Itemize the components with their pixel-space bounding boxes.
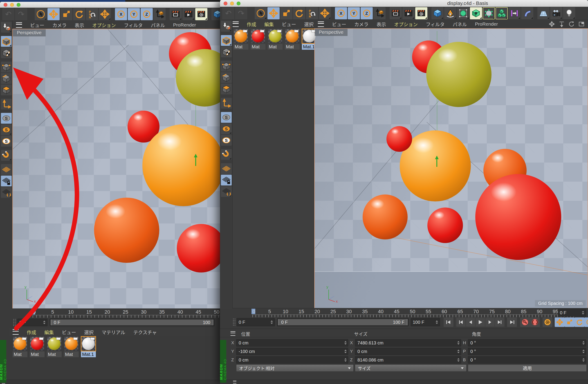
z-axis-lock-button[interactable]: Z (141, 8, 153, 20)
snap-settings-button[interactable]: S (221, 135, 232, 146)
axis-mode-button[interactable] (1, 99, 12, 109)
zoom-button[interactable] (237, 1, 240, 5)
y-axis-lock-button[interactable]: Y (128, 8, 140, 20)
axis-mode-button[interactable] (221, 98, 232, 109)
subdivision-surface-button[interactable] (457, 7, 469, 19)
material-label[interactable]: Mat (30, 351, 44, 357)
key-rotation-button[interactable] (574, 318, 584, 327)
autokey-button[interactable] (530, 318, 540, 327)
viewport-menu-item[interactable]: 表示 (377, 21, 386, 27)
primitive-cube-button[interactable] (211, 8, 220, 20)
viewport-menu-item[interactable]: オプション (394, 21, 418, 27)
record-key-button[interactable] (520, 318, 530, 327)
material-menu-icon[interactable] (232, 21, 239, 27)
material-menu-item[interactable]: マテリアル (102, 329, 125, 335)
render-settings-button[interactable] (415, 7, 427, 19)
material-item[interactable]: Mat (13, 337, 27, 357)
render-button[interactable] (402, 7, 415, 19)
viewport-perspective[interactable]: Perspective Grid Spacing : 100 cm y x (314, 28, 588, 309)
material-item[interactable]: Mat (233, 29, 248, 50)
apply-button[interactable]: 適用 (468, 364, 587, 372)
material-preview[interactable] (13, 337, 27, 351)
workplane-rotate-icon[interactable] (221, 186, 232, 197)
timeline-ruler[interactable]: 05101520253035404550 (12, 308, 220, 318)
material-menu-item[interactable]: ビュー (62, 329, 76, 335)
viewport-menu-item[interactable]: ビュー (332, 21, 346, 27)
viewport-menu-item[interactable]: フィルタ (124, 21, 143, 28)
material-item[interactable]: Mat (268, 29, 283, 50)
material-label[interactable]: Mat (251, 44, 265, 50)
bottom-menu-icon[interactable] (233, 380, 236, 384)
make-editable-button[interactable] (221, 21, 232, 32)
window-right[interactable]: display.c4d - Basis ↶ ↷ PSR (220, 0, 588, 384)
point-mode-button[interactable] (221, 61, 232, 72)
next-key-button[interactable] (495, 318, 504, 326)
zoom-button[interactable] (17, 3, 21, 7)
snap-mode-button[interactable]: S (221, 123, 232, 134)
coordinate-field[interactable]: 0 cm (355, 348, 461, 355)
frame-stepper[interactable] (582, 311, 584, 315)
current-frame-field[interactable]: 0 F (237, 318, 275, 326)
scale-tool-button[interactable] (60, 8, 72, 20)
y-axis-handle[interactable] (436, 157, 437, 167)
viewport-menu-item[interactable]: オプション (92, 21, 116, 28)
polygon-mode-button[interactable] (1, 84, 12, 95)
size-mode-dropdown[interactable]: サイズ (355, 364, 466, 372)
key-scale-button[interactable] (565, 318, 574, 327)
polygon-mode-button[interactable] (221, 84, 232, 94)
sphere-red-big[interactable] (475, 174, 561, 260)
material-menu-item[interactable]: 編集 (44, 329, 54, 335)
workplane-lock-icon[interactable] (1, 176, 12, 186)
model-mode-button[interactable] (1, 36, 12, 47)
viewport-menu-item[interactable]: ProRender (475, 21, 498, 27)
material-preview[interactable] (30, 337, 44, 351)
live-selection-button[interactable] (35, 8, 47, 20)
redo-button[interactable]: ↷ (235, 7, 247, 19)
toggle-view-icon[interactable] (578, 21, 585, 27)
end-frame-field[interactable]: 100 F (411, 318, 440, 326)
field-stepper[interactable] (582, 358, 585, 362)
material-menu-item[interactable]: テクスチャ (133, 329, 157, 335)
workplane-icon[interactable] (1, 164, 12, 175)
goto-end-button[interactable] (507, 318, 517, 327)
field-stepper[interactable] (344, 358, 347, 362)
close-button[interactable] (224, 1, 227, 5)
scale-tool-button[interactable] (280, 7, 293, 19)
undo-button[interactable]: ↶ (2, 8, 14, 20)
material-label[interactable]: Mat (47, 351, 62, 357)
point-mode-button[interactable] (1, 61, 12, 72)
material-label[interactable]: Mat (13, 351, 27, 357)
rotate-tool-button[interactable] (73, 8, 85, 20)
play-button[interactable] (476, 318, 485, 326)
coordinate-field[interactable]: 0 cm (236, 356, 348, 364)
material-label[interactable]: Mat (233, 44, 248, 50)
material-menu-item[interactable]: 編集 (264, 21, 274, 27)
frame-stepper[interactable] (271, 320, 273, 324)
current-frame-field[interactable]: 0 F (17, 319, 47, 326)
snap-enable-button[interactable]: S (1, 113, 12, 124)
y-axis-handle[interactable] (195, 155, 196, 166)
coordinate-field[interactable]: 7480.613 cm (355, 339, 461, 346)
coordinate-field[interactable]: 8140.086 cm (355, 356, 461, 364)
primitive-cube-button[interactable] (431, 7, 443, 19)
minimize-button[interactable] (10, 3, 14, 7)
camera-button[interactable] (550, 7, 562, 19)
sphere-points-button[interactable] (483, 7, 495, 19)
preview-range-slider[interactable]: 0 F100 (50, 319, 214, 326)
field-stepper[interactable] (582, 341, 585, 345)
z-axis-lock-button[interactable]: Z (361, 7, 373, 19)
field-stepper[interactable] (457, 358, 460, 362)
viewport-menu-icon[interactable] (16, 22, 22, 28)
workplane-icon[interactable] (221, 163, 232, 174)
floor-button[interactable] (537, 7, 549, 19)
material-preview[interactable] (47, 337, 61, 351)
material-menu-icon[interactable] (13, 329, 19, 335)
material-label[interactable]: Mat.1 (81, 351, 96, 357)
field-stepper[interactable] (457, 350, 460, 353)
drag-handle[interactable] (232, 318, 236, 326)
material-preview[interactable] (251, 29, 265, 43)
edge-mode-button[interactable] (1, 73, 12, 84)
frame-stepper[interactable] (43, 321, 45, 324)
coordinate-field[interactable]: 0 ° (468, 348, 586, 355)
move-tool-button[interactable] (47, 8, 60, 20)
